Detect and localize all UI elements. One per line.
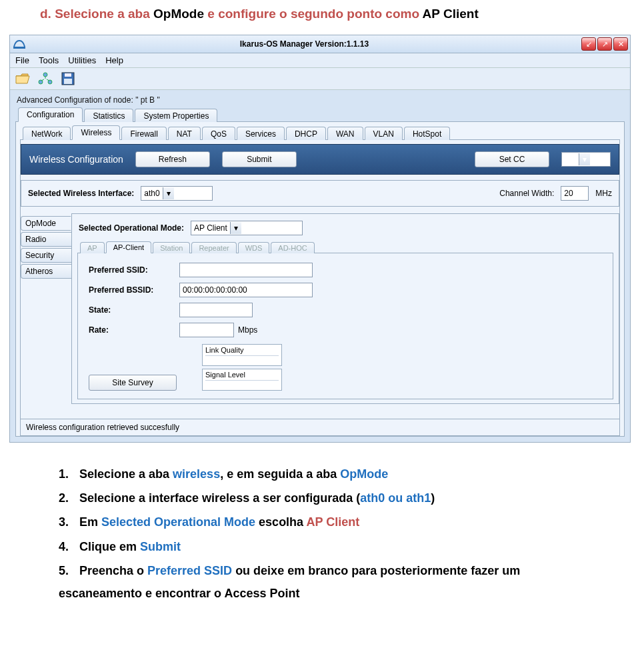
inner-tab-apclient[interactable]: AP-Client <box>106 241 151 253</box>
open-folder-icon[interactable] <box>14 71 31 87</box>
svg-point-1 <box>43 73 47 77</box>
svg-rect-6 <box>64 79 72 84</box>
save-disk-icon[interactable] <box>59 71 77 87</box>
l3d: AP Client <box>306 515 359 529</box>
refresh-button[interactable]: Refresh <box>135 151 210 167</box>
side-tab-security[interactable]: Security <box>21 248 71 263</box>
inner-tab-station[interactable]: Station <box>153 242 190 253</box>
l3c: escolha <box>255 515 306 529</box>
tab-nat[interactable]: NAT <box>168 127 201 140</box>
opmode-value: AP Client <box>194 223 227 233</box>
tab-services[interactable]: Services <box>237 127 285 140</box>
minimize-button[interactable]: ↙ <box>581 37 596 51</box>
tab-qos[interactable]: QoS <box>202 127 235 140</box>
tab-network[interactable]: NetWork <box>23 127 71 140</box>
link-quality-box: Link Quality <box>202 344 282 366</box>
l2b: ath0 ou ath1 <box>360 491 431 505</box>
selected-interface-label: Selected Wireless Interface: <box>28 189 134 198</box>
interface-row: Selected Wireless Interface: ath0 ▾ Chan… <box>21 181 619 206</box>
maximize-button[interactable]: ↗ <box>597 37 612 51</box>
menu-tools[interactable]: Tools <box>39 55 59 65</box>
pref-bssid-label: Preferred BSSID: <box>89 285 175 295</box>
tab-statistics[interactable]: Statistics <box>84 109 133 122</box>
instruction-opmode: OpMode <box>153 7 204 21</box>
tab-hotspot[interactable]: HotSpot <box>404 127 450 140</box>
opmode-combo[interactable]: AP Client ▾ <box>191 221 303 235</box>
close-button[interactable]: ✕ <box>613 37 628 51</box>
channel-width-input[interactable] <box>561 186 589 201</box>
instruction-text-2: e configure o segundo ponto como <box>204 7 423 21</box>
app-logo-icon <box>13 37 26 51</box>
country-code-combo[interactable]: US ▾ <box>561 152 611 167</box>
tab-dhcp[interactable]: DHCP <box>286 127 326 140</box>
advanced-config-label: Advanced Configuration of node: " pt B " <box>15 94 625 107</box>
inner-tab-wds[interactable]: WDS <box>238 242 270 253</box>
tab-vlan[interactable]: VLAN <box>365 127 403 140</box>
l2a: Selecione a interface wireless a ser con… <box>79 491 360 505</box>
rate-input <box>179 323 234 337</box>
svg-rect-5 <box>65 73 71 77</box>
inner-tab-panel: Preferred SSID: Preferred BSSID: State: <box>77 253 613 399</box>
tab-wan[interactable]: WAN <box>327 127 363 140</box>
side-tab-opmode[interactable]: OpMode <box>21 216 71 231</box>
config-area: Advanced Configuration of node: " pt B "… <box>10 90 630 442</box>
tab-firewall[interactable]: Firewall <box>121 127 166 140</box>
tab-configuration[interactable]: Configuration <box>18 107 83 122</box>
l5a: Preencha o <box>79 564 147 577</box>
submit-button[interactable]: Submit <box>222 151 297 167</box>
instruction-list: 1. Selecione a aba wireless, e em seguid… <box>0 443 640 613</box>
side-tab-atheros[interactable]: Atheros <box>21 264 71 279</box>
instruction-prefix: d. <box>40 7 51 21</box>
instruction-text-1: Selecione a aba <box>55 7 153 21</box>
svg-rect-0 <box>13 47 25 49</box>
site-survey-button[interactable]: Site Survey <box>89 375 177 391</box>
l4b: Submit <box>140 540 181 553</box>
rate-label: Rate: <box>89 325 175 335</box>
window-title: Ikarus-OS Manager Version:1.1.13 <box>27 39 581 49</box>
pref-ssid-label: Preferred SSID: <box>89 265 175 275</box>
l1b: wireless <box>173 467 220 481</box>
rate-unit: Mbps <box>238 325 257 335</box>
l5b: Preferred SSID <box>147 564 232 577</box>
interface-combo[interactable]: ath0 ▾ <box>141 186 213 201</box>
side-tab-radio[interactable]: Radio <box>21 232 71 247</box>
network-icon[interactable] <box>37 71 54 87</box>
inner-tab-adhoc[interactable]: AD-HOC <box>271 242 314 253</box>
signal-level-box: Signal Level <box>202 369 282 391</box>
tabstrip-top: Configuration Statistics System Properti… <box>15 107 625 121</box>
setcc-button[interactable]: Set CC <box>475 151 549 167</box>
status-bar: Wireless configuration retrieved succesf… <box>21 419 619 435</box>
country-code-value: US <box>565 155 576 164</box>
app-window: Ikarus-OS Manager Version:1.1.13 ↙ ↗ ✕ F… <box>9 35 631 443</box>
tab-system-properties[interactable]: System Properties <box>135 109 217 122</box>
chevron-down-icon: ▾ <box>230 222 241 234</box>
section-title: Wireless Configuration <box>29 154 123 165</box>
inner-tab-ap[interactable]: AP <box>80 242 105 253</box>
menu-utilities[interactable]: Utilities <box>68 55 96 65</box>
channel-width-unit: MHz <box>595 189 612 198</box>
tabstrip-sub: NetWork Wireless Firewall NAT QoS Servic… <box>20 125 620 139</box>
menu-file[interactable]: File <box>15 55 29 65</box>
l3a: Em <box>79 515 101 529</box>
tab-wireless[interactable]: Wireless <box>72 125 120 140</box>
menu-help[interactable]: Help <box>105 55 123 65</box>
sub-tab-panel: Wireless Configuration Refresh Submit Se… <box>20 139 620 436</box>
doc-instruction-heading: d. Selecione a aba OpMode e configure o … <box>0 0 640 35</box>
toolbar <box>10 68 630 90</box>
interface-value: ath0 <box>144 189 159 198</box>
selected-opmode-label: Selected Operational Mode: <box>79 223 184 233</box>
instruction-apclient: AP Client <box>423 7 479 21</box>
inner-tabstrip: AP AP-Client Station Repeater WDS AD-HOC <box>77 241 613 253</box>
l1c: , e em seguida a aba <box>220 467 340 481</box>
chevron-down-icon: ▾ <box>163 187 174 199</box>
inner-tab-repeater[interactable]: Repeater <box>191 242 236 253</box>
pref-ssid-input[interactable] <box>179 263 313 277</box>
title-bar: Ikarus-OS Manager Version:1.1.13 ↙ ↗ ✕ <box>10 35 630 53</box>
top-tab-panel: NetWork Wireless Firewall NAT QoS Servic… <box>15 121 625 437</box>
wireless-config-header: Wireless Configuration Refresh Submit Se… <box>21 144 619 175</box>
state-input <box>179 303 253 317</box>
l2c: ) <box>431 491 435 505</box>
pref-bssid-input[interactable] <box>179 283 313 297</box>
state-label: State: <box>89 305 175 315</box>
menu-bar: File Tools Utilities Help <box>10 53 630 68</box>
